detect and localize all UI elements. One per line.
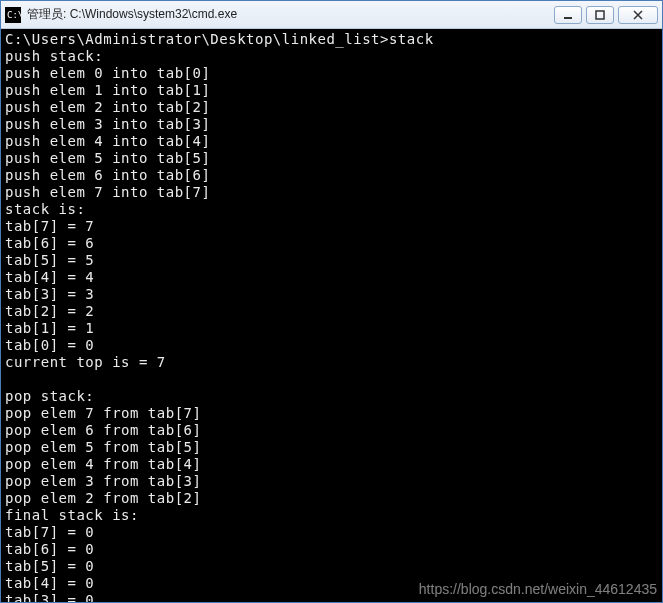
cmd-window: C:\ 管理员: C:\Windows\system32\cmd.exe C:\… [0, 0, 663, 603]
output-line: push elem 2 into tab[2] [5, 99, 210, 115]
output-line: push elem 1 into tab[1] [5, 82, 210, 98]
cmd-icon: C:\ [5, 7, 21, 23]
output-line: tab[5] = 5 [5, 252, 94, 268]
output-line: tab[7] = 0 [5, 524, 94, 540]
output-line: tab[2] = 2 [5, 303, 94, 319]
output-line: pop stack: [5, 388, 94, 404]
output-line: tab[1] = 1 [5, 320, 94, 336]
prompt: C:\Users\Administrator\Desktop\linked_li… [5, 31, 389, 47]
output-line: tab[4] = 4 [5, 269, 94, 285]
output-line: push elem 5 into tab[5] [5, 150, 210, 166]
window-buttons [554, 6, 658, 24]
output-line: pop elem 7 from tab[7] [5, 405, 201, 421]
output-line: tab[7] = 7 [5, 218, 94, 234]
close-button[interactable] [618, 6, 658, 24]
output-line: stack is: [5, 201, 85, 217]
output-line: pop elem 3 from tab[3] [5, 473, 201, 489]
output-line: pop elem 2 from tab[2] [5, 490, 201, 506]
output-line: pop elem 5 from tab[5] [5, 439, 201, 455]
output-line: push elem 7 into tab[7] [5, 184, 210, 200]
output-line: tab[5] = 0 [5, 558, 94, 574]
maximize-button[interactable] [586, 6, 614, 24]
minimize-button[interactable] [554, 6, 582, 24]
terminal[interactable]: C:\Users\Administrator\Desktop\linked_li… [1, 29, 662, 602]
output-line: tab[6] = 6 [5, 235, 94, 251]
svg-rect-3 [596, 11, 604, 19]
output-line: pop elem 6 from tab[6] [5, 422, 201, 438]
prompt-line: C:\Users\Administrator\Desktop\linked_li… [5, 31, 434, 47]
output-line: pop elem 4 from tab[4] [5, 456, 201, 472]
output-line: final stack is: [5, 507, 139, 523]
titlebar[interactable]: C:\ 管理员: C:\Windows\system32\cmd.exe [1, 1, 662, 29]
svg-text:C:\: C:\ [7, 10, 21, 20]
command: stack [389, 31, 434, 47]
output-line: tab[3] = 0 [5, 592, 94, 602]
output-line: push elem 6 into tab[6] [5, 167, 210, 183]
window-title: 管理员: C:\Windows\system32\cmd.exe [27, 6, 554, 23]
output-line: push elem 4 into tab[4] [5, 133, 210, 149]
output-line: tab[6] = 0 [5, 541, 94, 557]
output-line: tab[4] = 0 [5, 575, 94, 591]
output-line: tab[3] = 3 [5, 286, 94, 302]
svg-rect-2 [564, 17, 572, 19]
output-line: current top is = 7 [5, 354, 166, 370]
output-line: push elem 3 into tab[3] [5, 116, 210, 132]
output-line: push stack: [5, 48, 103, 64]
output-line: tab[0] = 0 [5, 337, 94, 353]
output-line: push elem 0 into tab[0] [5, 65, 210, 81]
